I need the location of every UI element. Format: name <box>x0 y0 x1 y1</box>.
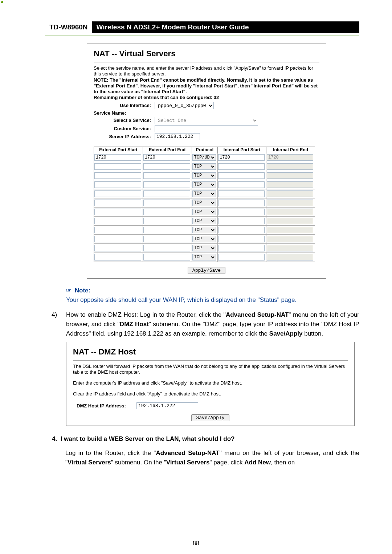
col-int-start: Internal Port Start <box>218 147 266 153</box>
port-input[interactable] <box>143 218 190 224</box>
model-number: TD-W8960N <box>45 23 92 31</box>
port-input[interactable] <box>143 154 190 161</box>
port-input[interactable] <box>218 209 265 215</box>
port-input[interactable] <box>94 200 141 206</box>
port-input <box>267 163 313 170</box>
port-input[interactable] <box>218 181 265 188</box>
table-row: TCP <box>94 225 315 234</box>
port-input[interactable] <box>218 172 265 179</box>
port-input <box>267 190 313 197</box>
protocol-select[interactable]: TCP <box>192 245 216 251</box>
table-row: TCP <box>94 198 315 207</box>
table-row: TCP <box>94 162 315 171</box>
port-input[interactable] <box>143 227 190 233</box>
apply-save-button[interactable]: Apply/Save <box>188 267 225 274</box>
protocol-select[interactable]: TCP <box>192 254 216 260</box>
ports-table: External Port Start External Port End Pr… <box>94 147 315 262</box>
dmz-ip-input[interactable] <box>136 402 198 409</box>
port-input[interactable] <box>218 200 265 206</box>
screenshot-nat-virtual-servers: NAT -- Virtual Servers Select the servic… <box>87 44 326 279</box>
col-protocol: Protocol <box>192 147 217 153</box>
port-input[interactable] <box>143 181 190 188</box>
port-input[interactable] <box>143 236 190 242</box>
port-input[interactable] <box>94 154 141 161</box>
port-input[interactable] <box>143 172 190 179</box>
port-input <box>267 209 313 215</box>
port-input[interactable] <box>143 254 190 260</box>
select-service-label: Select a Service: <box>114 118 151 123</box>
port-input <box>267 218 313 224</box>
protocol-select[interactable]: TCP <box>192 190 216 197</box>
question-4-heading: 4. I want to build a WEB Server on the L… <box>52 435 359 443</box>
pointing-hand-icon: ☞ <box>66 287 71 294</box>
header-rule <box>45 36 359 36</box>
port-input[interactable] <box>94 172 141 179</box>
shot1-heading: NAT -- Virtual Servers <box>94 49 319 58</box>
table-row: TCP <box>94 234 315 243</box>
table-row: TCP <box>94 189 315 198</box>
protocol-select[interactable]: TCP <box>192 218 216 224</box>
port-input[interactable] <box>218 190 265 197</box>
port-input <box>267 254 313 260</box>
shot2-p1: The DSL router will forward IP packets f… <box>73 364 348 376</box>
port-input[interactable] <box>143 200 190 206</box>
shot1-remaining: Remaining number of entries that can be … <box>94 95 319 100</box>
use-interface-select[interactable]: pppoe_0_0_35/ppp0 <box>155 102 214 109</box>
port-input[interactable] <box>94 254 141 260</box>
shot2-heading: NAT -- DMZ Host <box>73 347 348 357</box>
protocol-select[interactable]: TCP/UDP <box>192 154 216 161</box>
port-input[interactable] <box>94 209 141 215</box>
save-apply-button[interactable]: Save/Apply <box>191 414 229 421</box>
port-input[interactable] <box>143 209 190 215</box>
port-input[interactable] <box>218 236 265 242</box>
step-4: 4) How to enable DMZ Host: Log in to the… <box>45 310 359 339</box>
port-input[interactable] <box>143 163 190 170</box>
port-input <box>267 245 313 251</box>
port-input[interactable] <box>94 227 141 233</box>
protocol-select[interactable]: TCP <box>192 181 216 188</box>
question-4-body: Log in to the Router, click the "Advance… <box>65 448 359 468</box>
table-row: TCP <box>94 243 315 253</box>
protocol-select[interactable]: TCP <box>192 236 216 242</box>
port-input[interactable] <box>94 218 141 224</box>
protocol-select[interactable]: TCP <box>192 209 216 215</box>
protocol-select[interactable]: TCP <box>192 163 216 170</box>
table-row: TCP <box>94 207 315 216</box>
protocol-select[interactable]: TCP <box>192 200 216 206</box>
port-input[interactable] <box>143 245 190 251</box>
table-row: TCP <box>94 253 315 262</box>
custom-service-input[interactable] <box>155 125 258 132</box>
port-input[interactable] <box>218 163 265 170</box>
dmz-ip-label: DMZ Host IP Address: <box>77 403 133 409</box>
doc-header: TD-W8960N Wireless N ADSL2+ Modem Router… <box>45 21 359 33</box>
port-input[interactable] <box>94 245 141 251</box>
port-input[interactable] <box>218 154 265 161</box>
port-input[interactable] <box>94 190 141 197</box>
table-row: TCP <box>94 216 315 225</box>
port-input[interactable] <box>218 254 265 260</box>
port-input[interactable] <box>94 236 141 242</box>
protocol-select[interactable]: TCP <box>192 227 216 233</box>
use-interface-label: Use Interface: <box>94 103 151 108</box>
port-input[interactable] <box>218 227 265 233</box>
page-number: 88 <box>0 540 392 547</box>
doc-title: Wireless N ADSL2+ Modem Router User Guid… <box>92 21 359 33</box>
port-input <box>267 236 313 242</box>
port-input[interactable] <box>94 181 141 188</box>
port-input <box>267 200 313 206</box>
port-input[interactable] <box>218 218 265 224</box>
col-ext-end: External Port End <box>143 147 192 153</box>
screenshot-nat-dmz-host: NAT -- DMZ Host The DSL router will forw… <box>66 342 355 426</box>
note-text: Your opposite side should call your WAN … <box>66 296 359 304</box>
select-service-dropdown[interactable]: Select One <box>155 117 258 124</box>
port-input <box>267 181 313 188</box>
port-input[interactable] <box>143 190 190 197</box>
port-input <box>267 172 313 179</box>
server-ip-input[interactable] <box>155 133 200 140</box>
col-int-end: Internal Port End <box>266 147 315 153</box>
port-input[interactable] <box>218 245 265 251</box>
port-input[interactable] <box>94 163 141 170</box>
protocol-select[interactable]: TCP <box>192 172 216 179</box>
table-row: TCP <box>94 180 315 189</box>
custom-service-label: Custom Service: <box>114 126 151 131</box>
